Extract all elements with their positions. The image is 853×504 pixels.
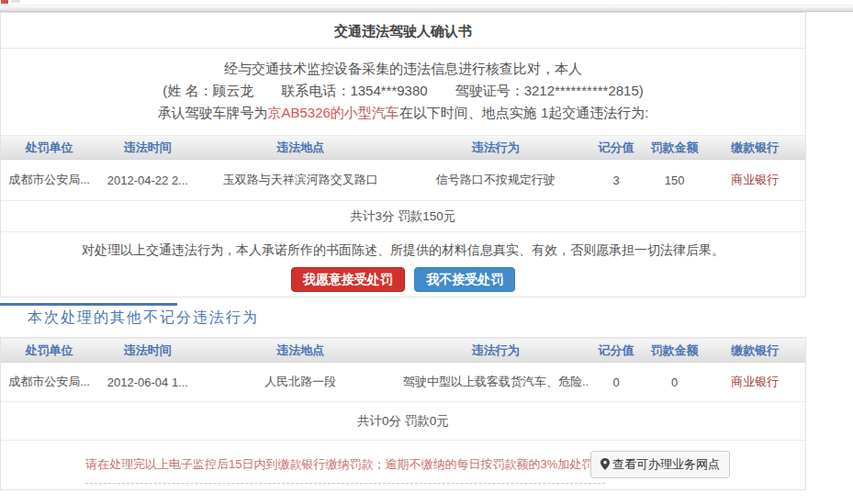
cell-behavior: 信号路口不按规定行驶: [403, 160, 588, 201]
cell-location: 玉双路与天祥滨河路交叉路口: [198, 160, 403, 201]
cell-points: 0: [588, 363, 644, 402]
col-header-location: 违法地点: [198, 135, 403, 160]
col-header-unit: 处罚单位: [1, 135, 97, 160]
payment-deadline-notice: 请在处理完以上电子监控后15日内到缴款银行缴纳罚款；逾期不缴纳的每日按罚款额的3…: [85, 456, 605, 484]
unscored-summary: 共计0分 罚款0元: [1, 402, 805, 441]
bank-link[interactable]: 商业银行: [731, 375, 779, 388]
browser-chrome-fragment-red: [1, 0, 8, 4]
col-header-time: 违法时间: [97, 338, 198, 363]
table-header-row: 处罚单位 违法时间 违法地点 违法行为 记分值 罚款金额 缴款银行: [1, 135, 805, 160]
col-header-bank: 缴款银行: [704, 135, 805, 160]
tab-other-unscored-violations[interactable]: 本次处理的其他不记分违法行为: [28, 308, 259, 328]
unscored-violations-table: 处罚单位 违法时间 违法地点 违法行为 记分值 罚款金额 缴款银行 成都市公安局…: [1, 338, 805, 402]
confirm-line: 承认驾驶车牌号为京AB5326的小型汽车在以下时间、地点实施 1起交通违法行为:: [1, 102, 805, 124]
table-row: 成都市公安局... 2012-06-04 1... 人民北路一段 驾驶中型以上载…: [1, 363, 805, 402]
scored-summary: 共计3分 罚款150元: [1, 201, 805, 232]
cell-bank: 商业银行: [704, 363, 805, 402]
bank-link[interactable]: 商业银行: [731, 173, 779, 186]
scored-violations-table: 处罚单位 违法时间 违法地点 违法行为 记分值 罚款金额 缴款银行 成都市公安局…: [1, 135, 805, 201]
confirm-mid: 在以下时间、地点实施: [399, 105, 541, 120]
cell-unit: 成都市公安局...: [1, 160, 97, 201]
accept-penalty-button[interactable]: 我愿意接受处罚: [291, 267, 405, 292]
reject-penalty-button[interactable]: 我不接受处罚: [414, 267, 515, 292]
cell-points: 3: [588, 160, 644, 201]
payment-notice-area: 请在处理完以上电子监控后15日内到缴款银行缴纳罚款；逾期不缴纳的每日按罚款额的3…: [1, 441, 805, 490]
branch-button-label: 查看可办理业务网点: [612, 457, 720, 471]
cell-fine: 150: [645, 160, 705, 201]
table-row: 成都市公安局... 2012-04-22 2... 玉双路与天祥滨河路交叉路口 …: [1, 160, 805, 201]
col-header-location: 违法地点: [198, 338, 403, 363]
legal-statement: 对处理以上交通违法行为，本人承诺所作的书面陈述、所提供的材料信息真实、有效，否则…: [1, 242, 805, 259]
confirmation-panel: 交通违法驾驶人确认书 经与交通技术监控设备采集的违法信息进行核查比对，本人 (姓…: [0, 12, 806, 297]
col-header-fine: 罚款金额: [645, 135, 705, 160]
active-tab-indicator: [0, 303, 177, 306]
cell-time: 2012-06-04 1...: [97, 363, 198, 402]
col-header-bank: 缴款银行: [704, 338, 805, 363]
col-header-behavior: 违法行为: [403, 135, 588, 160]
decision-buttons: 我愿意接受处罚 我不接受处罚: [1, 267, 805, 292]
cell-bank: 商业银行: [704, 160, 805, 201]
page-title: 交通违法驾驶人确认书: [1, 13, 805, 49]
top-toolbar-edge: [0, 5, 853, 12]
cell-fine: 0: [645, 363, 705, 402]
confirm-suffix: 起交通违法行为:: [548, 105, 648, 120]
view-branch-locations-button[interactable]: 查看可办理业务网点: [590, 451, 730, 478]
cell-time: 2012-04-22 2...: [97, 160, 198, 201]
vehicle-type: 小型汽车: [344, 105, 399, 120]
cell-behavior: 驾驶中型以上载客载货汽车、危险...: [403, 363, 588, 402]
col-header-points: 记分值: [588, 338, 644, 363]
unscored-violations-panel: 处罚单位 违法时间 违法地点 违法行为 记分值 罚款金额 缴款银行 成都市公安局…: [0, 337, 806, 490]
table-header-row: 处罚单位 违法时间 违法地点 违法行为 记分值 罚款金额 缴款银行: [1, 338, 805, 363]
browser-chrome-fragment-gray: [11, 0, 20, 3]
col-header-behavior: 违法行为: [403, 338, 588, 363]
cell-location: 人民北路一段: [198, 363, 403, 402]
col-header-time: 违法时间: [97, 135, 198, 160]
col-header-unit: 处罚单位: [1, 338, 97, 363]
intro-line-1: 经与交通技术监控设备采集的违法信息进行核查比对，本人: [1, 58, 805, 80]
confirm-prefix: 承认驾驶车牌号为: [157, 105, 267, 120]
intro-block: 经与交通技术监控设备采集的违法信息进行核查比对，本人 (姓 名：顾云龙 联系电话…: [1, 49, 805, 124]
col-header-fine: 罚款金额: [645, 338, 705, 363]
driver-info-line: (姓 名：顾云龙 联系电话：1354***9380 驾驶证号：3212*****…: [1, 80, 805, 102]
plate-number: 京AB5326的: [267, 105, 343, 120]
col-header-points: 记分值: [588, 135, 644, 160]
cell-unit: 成都市公安局...: [1, 363, 97, 402]
map-pin-icon: [600, 457, 612, 471]
